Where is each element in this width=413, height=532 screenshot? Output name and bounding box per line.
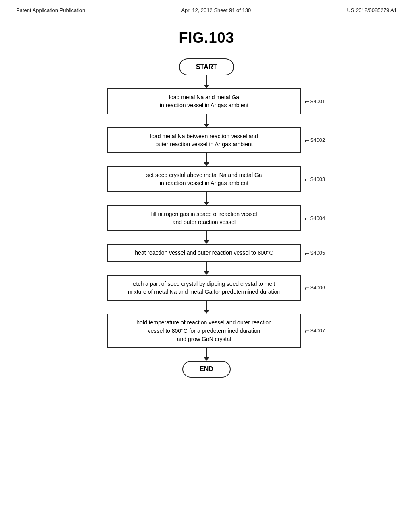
step-label-s4007: ⌐ S4007 [305,327,334,335]
arrow-4 [204,231,209,244]
flowchart: START load metal Na and metal Ga in reac… [0,58,413,378]
step-row-s4003: set seed crystal above metal Na and meta… [24,166,389,192]
arrow-1 [204,114,209,127]
step-row-s4006: etch a part of seed crystal by dipping s… [24,275,389,301]
step-box-s4001: load metal Na and metal Ga in reaction v… [107,88,301,114]
page-header: Patent Application Publication Apr. 12, … [0,0,413,17]
arrow-6 [204,301,209,314]
arrow-7 [204,348,209,361]
header-left: Patent Application Publication [16,7,85,13]
step-label-s4001: ⌐ S4001 [305,98,334,105]
step-label-s4002: ⌐ S4002 [305,137,334,144]
fig-title: FIG.103 [0,29,413,46]
end-row: END [24,361,389,378]
start-box: START [179,58,234,75]
end-box: END [182,361,231,378]
arrow-5 [204,262,209,275]
arrow-3 [204,192,209,205]
start-row: START [24,58,389,75]
header-center: Apr. 12, 2012 Sheet 91 of 130 [181,7,251,13]
step-box-s4006: etch a part of seed crystal by dipping s… [107,275,301,301]
step-box-s4002: load metal Na between reaction vessel an… [107,127,301,154]
step-box-s4004: fill nitrogen gas in space of reaction v… [107,205,301,231]
step-row-s4007: hold temperature of reaction vessel and … [24,314,389,348]
step-row-s4001: load metal Na and metal Ga in reaction v… [24,88,389,114]
step-label-s4004: ⌐ S4004 [305,214,334,222]
step-label-s4006: ⌐ S4006 [305,284,334,291]
step-row-s4002: load metal Na between reaction vessel an… [24,127,389,154]
header-right: US 2012/0085279 A1 [347,7,397,13]
arrow-2 [204,153,209,166]
step-row-s4004: fill nitrogen gas in space of reaction v… [24,205,389,231]
step-box-s4003: set seed crystal above metal Na and meta… [107,166,301,192]
step-row-s4005: heat reaction vessel and outer reaction … [24,244,389,262]
arrow-0 [204,75,209,88]
step-label-s4005: ⌐ S4005 [305,249,334,257]
step-box-s4005: heat reaction vessel and outer reaction … [107,244,301,262]
step-label-s4003: ⌐ S4003 [305,175,334,183]
step-box-s4007: hold temperature of reaction vessel and … [107,314,301,348]
